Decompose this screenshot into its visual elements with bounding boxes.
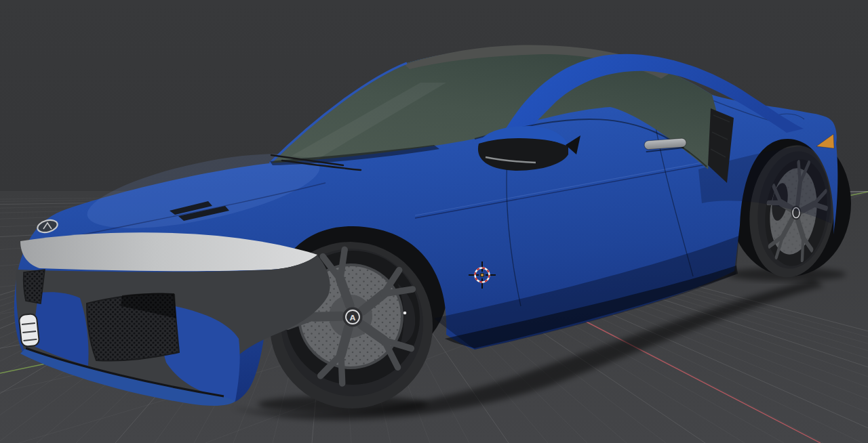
- wheel-cap-brand-letter: A: [350, 314, 356, 322]
- viewport-render[interactable]: A: [0, 0, 868, 443]
- 3d-viewport-canvas[interactable]: A: [0, 0, 868, 443]
- side-grille: [24, 270, 45, 303]
- headlight-unit: [19, 314, 40, 347]
